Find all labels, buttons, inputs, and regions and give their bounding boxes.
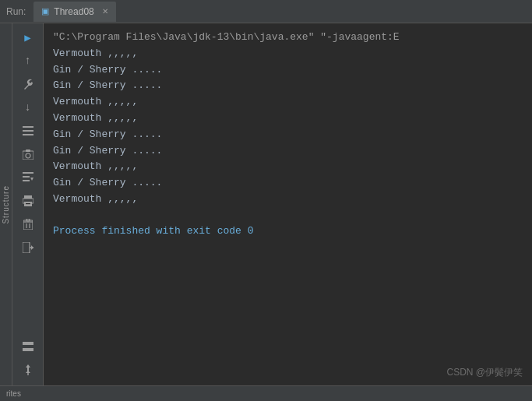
- console-line-10: Vermouth ,,,,,: [53, 192, 523, 208]
- console-line-9: Gin / Sherry .....: [53, 175, 523, 192]
- tab-close-button[interactable]: ✕: [102, 7, 108, 16]
- scroll-down-button[interactable]: ↓: [16, 97, 41, 118]
- main-area: Structure ▶ ↑ ↓: [0, 23, 532, 385]
- list-icon[interactable]: [16, 120, 41, 142]
- structure-panel: Structure: [0, 23, 12, 385]
- svg-rect-23: [23, 348, 33, 351]
- svg-rect-22: [23, 342, 33, 345]
- console-area[interactable]: "C:\Program Files\Java\jdk-13\bin\java.e…: [44, 23, 532, 385]
- console-line-6: Gin / Sherry .....: [53, 127, 523, 143]
- svg-rect-0: [23, 126, 33, 128]
- svg-rect-19: [23, 242, 30, 253]
- svg-rect-1: [23, 130, 33, 132]
- svg-rect-5: [26, 149, 30, 152]
- svg-rect-2: [23, 134, 33, 135]
- console-exit-line: Process finished with exit code 0: [53, 223, 523, 240]
- exit-icon[interactable]: [16, 237, 41, 259]
- svg-marker-9: [30, 178, 33, 181]
- svg-rect-8: [23, 180, 30, 181]
- svg-rect-7: [23, 176, 30, 178]
- scroll-up-button[interactable]: ↑: [16, 50, 41, 72]
- thread08-tab[interactable]: ▣ Thread08 ✕: [33, 2, 115, 22]
- console-line-8: Vermouth ,,,,,: [53, 159, 523, 175]
- empty-line: [53, 208, 523, 223]
- svg-rect-6: [23, 172, 33, 174]
- tab-name: Thread08: [54, 6, 93, 17]
- console-line-7: Gin / Sherry .....: [53, 143, 523, 160]
- svg-point-4: [26, 153, 30, 158]
- console-line-5: Vermouth ,,,,,: [53, 111, 523, 127]
- tab-file-icon: ▣: [41, 6, 49, 16]
- console-line-3: Gin / Sherry .....: [53, 78, 523, 94]
- structure-label: Structure: [2, 185, 10, 224]
- bottom-bar: rites: [0, 385, 532, 401]
- run-label: Run:: [6, 6, 26, 17]
- watermark: CSDN @伊鬓伊笑: [446, 366, 523, 379]
- wrench-icon[interactable]: [16, 73, 41, 95]
- print-icon[interactable]: [16, 190, 41, 212]
- pin-icon[interactable]: [16, 359, 41, 381]
- svg-rect-13: [26, 203, 30, 204]
- sidebar: ▶ ↑ ↓: [12, 23, 44, 385]
- bottom-bar-label: rites: [6, 389, 21, 398]
- sidebar-bottom: [16, 336, 41, 385]
- console-line-command: "C:\Program Files\Java\jdk-13\bin\java.e…: [53, 30, 523, 46]
- camera-icon[interactable]: [16, 143, 41, 165]
- tab-bar: Run: ▣ Thread08 ✕: [0, 0, 532, 23]
- console-line-1: Vermouth ,,,,,: [53, 46, 523, 62]
- play-button[interactable]: ▶: [16, 26, 41, 48]
- console-line-2: Gin / Sherry .....: [53, 62, 523, 79]
- svg-marker-21: [31, 245, 33, 250]
- download-list-icon[interactable]: [16, 167, 41, 188]
- layers-icon[interactable]: [16, 336, 41, 357]
- console-line-4: Vermouth ,,,,,: [53, 94, 523, 111]
- trash-icon[interactable]: [16, 213, 41, 235]
- svg-rect-10: [24, 195, 32, 199]
